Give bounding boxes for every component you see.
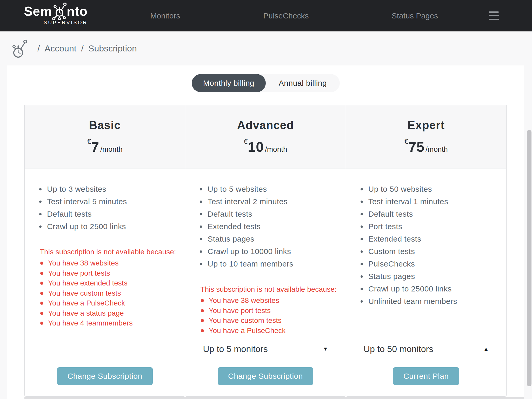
- unavailable-reason-item: You have port tests: [197, 306, 337, 316]
- plan-card-body: Up to 3 websitesTest interval 5 minutesD…: [25, 169, 185, 328]
- monthly-billing-tab[interactable]: Monthly billing: [192, 74, 266, 92]
- unavailable-reason-item: You have custom tests: [197, 316, 337, 326]
- breadcrumb: / Account / Subscription: [0, 31, 532, 65]
- currency-symbol: €: [404, 137, 409, 145]
- plan-feature-item: Crawl up to 2500 links: [36, 220, 176, 233]
- plan-feature-item: PulseChecks: [357, 258, 497, 270]
- plan-action-button[interactable]: Change Subscription: [57, 367, 153, 385]
- hamburger-menu-icon[interactable]: [489, 11, 499, 20]
- monitor-count-value: Up to 50 monitors: [364, 344, 433, 354]
- plan-feature-item: Extended tests: [197, 220, 337, 233]
- price-amount: 75: [408, 139, 424, 155]
- breadcrumb-separator: /: [81, 43, 83, 54]
- subscription-panel: Monthly billing Annual billing Basic €7/…: [7, 65, 524, 399]
- price-period: /month: [265, 145, 287, 153]
- plan-card-header: Basic €7/month: [25, 105, 185, 169]
- unavailable-reason-item: You have 38 websites: [197, 296, 337, 306]
- unavailable-reason-item: You have a PulseCheck: [197, 326, 337, 336]
- currency-symbol: €: [244, 137, 248, 145]
- unavailable-reason-item: You have extended tests: [36, 278, 176, 288]
- plan-feature-item: Port tests: [357, 220, 497, 233]
- plan-feature-item: Crawl up to 10000 links: [197, 245, 337, 258]
- top-navbar: Sem nto: [0, 0, 532, 31]
- unavailable-reason-item: You have 38 websites: [36, 258, 176, 268]
- annual-billing-tab[interactable]: Annual billing: [266, 74, 340, 92]
- logo-wordmark: Sem nto: [24, 2, 88, 21]
- caret-up-icon: ▲: [483, 346, 489, 352]
- unavailable-reason-item: You have 4 teammembers: [36, 318, 176, 328]
- plan-feature-item: Up to 50 websites: [357, 183, 497, 195]
- price-amount: 10: [248, 139, 264, 155]
- monitor-count-select[interactable]: Up to 50 monitors ▲: [364, 344, 489, 354]
- plan-card-header: Advanced €10/month: [185, 105, 345, 169]
- plan-card-basic: Basic €7/month Up to 3 websitesTest inte…: [24, 105, 185, 397]
- breadcrumb-subscription[interactable]: Subscription: [88, 43, 137, 54]
- plan-feature-item: Test interval 2 minutes: [197, 195, 337, 208]
- unavailable-reason-list: You have 38 websitesYou have port testsY…: [197, 296, 337, 336]
- plan-price: €7/month: [25, 137, 185, 155]
- plan-price: €75/month: [346, 137, 506, 155]
- plan-feature-item: Default tests: [357, 208, 497, 220]
- nav-item-pulsechecks[interactable]: PulseChecks: [263, 0, 309, 31]
- caret-down-icon: ▼: [323, 346, 328, 352]
- plan-action-button[interactable]: Change Subscription: [218, 367, 313, 385]
- scrollbar-thumb[interactable]: [527, 130, 531, 386]
- plan-name: Expert: [346, 105, 506, 132]
- logo-clock-icon: [53, 3, 66, 19]
- semonto-logo[interactable]: Sem nto: [24, 2, 88, 25]
- breadcrumb-separator: /: [37, 43, 40, 54]
- plan-card-body: Up to 50 websitesTest interval 1 minutes…: [346, 169, 506, 308]
- price-period: /month: [425, 145, 448, 153]
- plan-feature-item: Up to 5 websites: [197, 183, 337, 195]
- plan-feature-list: Up to 3 websitesTest interval 5 minutesD…: [36, 183, 176, 233]
- plan-action-button[interactable]: Current Plan: [393, 367, 459, 385]
- plan-feature-item: Extended tests: [357, 233, 497, 245]
- breadcrumb-account[interactable]: Account: [44, 43, 76, 54]
- currency-symbol: €: [87, 137, 91, 145]
- plan-card-body: Up to 5 websitesTest interval 2 minutesD…: [185, 169, 345, 336]
- logo-subtitle: SUPERVISOR: [44, 20, 88, 25]
- plan-feature-list: Up to 50 websitesTest interval 1 minutes…: [357, 183, 497, 308]
- billing-period-toggle: Monthly billing Annual billing: [192, 74, 340, 92]
- plan-price: €10/month: [185, 137, 345, 155]
- unavailable-reason-item: You have custom tests: [36, 288, 176, 298]
- unavailable-title: This subscription is not available becau…: [40, 247, 176, 257]
- plan-feature-item: Crawl up to 25000 links: [357, 283, 497, 295]
- plan-card-expert: Expert €75/month Up to 50 websitesTest i…: [346, 105, 507, 397]
- plan-feature-item: Test interval 1 minutes: [357, 195, 497, 208]
- plan-feature-item: Up to 10 team members: [197, 258, 337, 270]
- plan-feature-item: Test interval 5 minutes: [36, 195, 176, 208]
- plan-unavailable-block: This subscription is not available becau…: [197, 284, 337, 336]
- plan-card-advanced: Advanced €10/month Up to 5 websitesTest …: [185, 105, 346, 397]
- plan-feature-item: Unlimited team members: [357, 295, 497, 308]
- plan-name: Advanced: [185, 105, 345, 132]
- price-period: /month: [100, 145, 123, 153]
- nav-item-monitors[interactable]: Monitors: [150, 0, 180, 31]
- plan-card-header: Expert €75/month: [346, 105, 506, 169]
- plan-feature-list: Up to 5 websitesTest interval 2 minutesD…: [197, 183, 337, 270]
- unavailable-reason-list: You have 38 websitesYou have port testsY…: [36, 258, 176, 328]
- bottom-divider: [24, 397, 524, 399]
- unavailable-reason-item: You have a status page: [36, 308, 176, 318]
- plan-cards: Basic €7/month Up to 3 websitesTest inte…: [24, 105, 507, 397]
- unavailable-title: This subscription is not available becau…: [200, 284, 337, 295]
- unavailable-reason-item: You have a PulseCheck: [36, 298, 176, 308]
- logo-text-post: nto: [67, 4, 88, 19]
- nav-item-status-pages[interactable]: Status Pages: [392, 0, 438, 31]
- plan-feature-item: Default tests: [197, 208, 337, 220]
- plan-feature-item: Status pages: [357, 270, 497, 283]
- logo-text-pre: Sem: [24, 4, 52, 19]
- plan-unavailable-block: This subscription is not available becau…: [36, 247, 176, 328]
- price-amount: 7: [91, 139, 99, 155]
- plan-feature-item: Custom tests: [357, 245, 497, 258]
- plan-feature-item: Status pages: [197, 233, 337, 245]
- plan-feature-item: Default tests: [36, 208, 176, 220]
- monitor-count-value: Up to 5 monitors: [203, 344, 268, 354]
- plan-name: Basic: [25, 105, 185, 132]
- monitor-count-select[interactable]: Up to 5 monitors ▼: [203, 344, 328, 354]
- breadcrumb-clock-icon: [11, 38, 28, 59]
- plan-feature-item: Up to 3 websites: [36, 183, 176, 195]
- unavailable-reason-item: You have port tests: [36, 268, 176, 278]
